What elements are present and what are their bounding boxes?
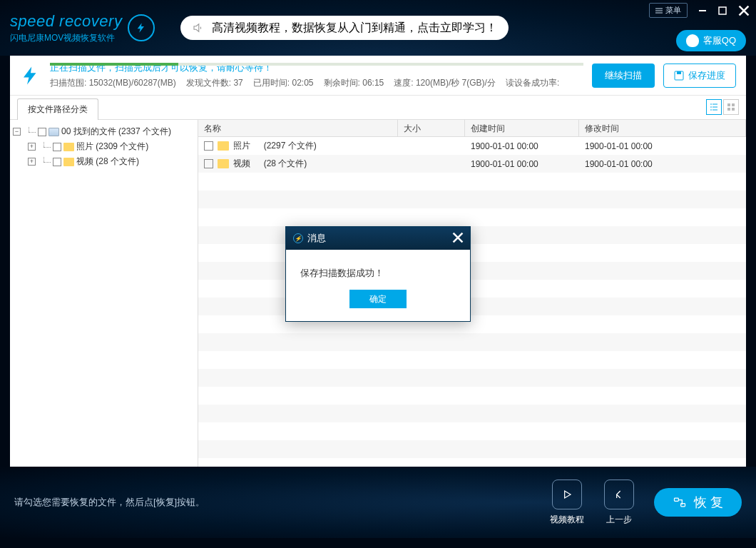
col-size[interactable]: 大小: [398, 120, 465, 136]
svg-rect-3: [727, 103, 730, 106]
close-icon[interactable]: [451, 231, 464, 244]
ok-button[interactable]: 确定: [349, 290, 407, 308]
logo-badge: [128, 14, 155, 41]
checkbox[interactable]: [38, 128, 46, 136]
logo: speed recovery 闪电尼康MOV视频恢复软件: [10, 12, 122, 44]
tree-item-photos[interactable]: + 照片 (2309 个文件): [13, 139, 195, 154]
tutorial-button[interactable]: 视频教程: [550, 480, 584, 526]
scan-info: 正在扫描文件，扫描完成后才可以恢复，请耐心等待！ 扫描范围: 15032(MB)…: [50, 61, 583, 89]
minimize-icon[interactable]: [698, 6, 708, 16]
app-header: speed recovery 闪电尼康MOV视频恢复软件 高清视频教程，数据恢复…: [0, 0, 756, 56]
menu-button[interactable]: 菜单: [649, 3, 688, 18]
svg-rect-6: [732, 108, 735, 111]
col-name[interactable]: 名称: [198, 120, 398, 136]
table-header: 名称 大小 创建时间 修改时间: [198, 120, 746, 137]
qq-support-button[interactable]: 客服QQ: [676, 30, 746, 51]
file-panel: 名称 大小 创建时间 修改时间 照片 (2297 个文件) 1900-01-01…: [198, 120, 746, 467]
svg-rect-4: [732, 103, 735, 106]
close-icon[interactable]: [737, 4, 750, 17]
maximize-icon[interactable]: [717, 6, 727, 16]
footer-hint: 请勾选您需要恢复的文件，然后点[恢复]按钮。: [14, 496, 550, 509]
checkbox[interactable]: [53, 143, 61, 151]
list-view-button[interactable]: [706, 99, 722, 115]
grid-view-button[interactable]: [723, 99, 739, 115]
svg-rect-0: [719, 7, 726, 14]
recover-button[interactable]: 恢 复: [654, 488, 742, 517]
view-toggle: [706, 99, 739, 115]
promo-banner[interactable]: 高清视频教程，数据恢复从入门到精通，点击立即学习！: [180, 16, 509, 40]
save-icon: [674, 71, 684, 81]
play-icon: [560, 487, 574, 502]
menu-icon: [655, 7, 663, 14]
folder-icon: [63, 143, 74, 151]
col-modified[interactable]: 修改时间: [579, 120, 746, 136]
folder-icon: [48, 128, 59, 136]
svg-rect-2: [677, 71, 681, 74]
dialog-logo-icon: ⚡: [293, 233, 303, 243]
scan-bolt-icon: [20, 65, 41, 86]
progress-bar: [50, 63, 583, 66]
save-progress-button[interactable]: 保存进度: [663, 64, 736, 88]
footer-actions: 视频教程 上一步 恢 复: [550, 480, 742, 526]
promo-text: 高清视频教程，数据恢复从入门到精通，点击立即学习！: [212, 21, 497, 36]
back-button[interactable]: 上一步: [604, 480, 634, 526]
footer: 请勾选您需要恢复的文件，然后点[恢复]按钮。 视频教程 上一步 恢 复: [0, 467, 756, 538]
tab-by-path[interactable]: 按文件路径分类: [17, 98, 98, 120]
svg-rect-9: [681, 504, 685, 507]
list-icon: [710, 103, 718, 111]
checkbox[interactable]: [53, 158, 61, 166]
svg-rect-8: [674, 498, 678, 501]
expand-icon[interactable]: +: [28, 143, 36, 151]
col-created[interactable]: 创建时间: [465, 120, 579, 136]
table-row[interactable]: 视频 (28 个文件) 1900-01-01 00:00 1900-01-01 …: [198, 155, 746, 173]
collapse-icon[interactable]: −: [13, 128, 21, 136]
bolt-icon: [136, 20, 147, 36]
checkbox[interactable]: [204, 159, 213, 168]
folder-icon: [63, 158, 74, 166]
folder-icon: [218, 141, 229, 151]
svg-marker-7: [565, 491, 571, 498]
checkbox[interactable]: [204, 141, 213, 151]
recover-icon: [673, 495, 687, 509]
logo-title: speed recovery: [10, 12, 122, 31]
message-dialog: ⚡ 消息 保存扫描数据成功！ 确定: [285, 226, 471, 322]
scan-status-bar: 正在扫描文件，扫描完成后才可以恢复，请耐心等待！ 扫描范围: 15032(MB)…: [10, 56, 746, 96]
qq-icon: [686, 34, 699, 47]
scan-details: 扫描范围: 15032(MB)/60287(MB) 发现文件数: 37 已用时间…: [50, 77, 583, 89]
grid-icon: [727, 103, 735, 111]
logo-subtitle: 闪电尼康MOV视频恢复软件: [10, 32, 122, 44]
table-body: 照片 (2297 个文件) 1900-01-01 00:00 1900-01-0…: [198, 137, 746, 467]
tabs-row: 按文件路径分类: [10, 96, 746, 120]
speaker-icon: [192, 21, 205, 34]
tree-root[interactable]: − 00 找到的文件 (2337 个文件): [13, 124, 195, 139]
tree-item-videos[interactable]: + 视频 (28 个文件): [13, 154, 195, 169]
tree-panel: − 00 找到的文件 (2337 个文件) + 照片 (2309 个文件) +: [10, 120, 198, 467]
folder-icon: [218, 159, 229, 168]
back-icon: [612, 487, 626, 502]
dialog-title-bar: ⚡ 消息: [286, 227, 470, 250]
window-controls: 菜单: [649, 3, 750, 18]
dialog-message: 保存扫描数据成功！: [286, 250, 470, 290]
table-row[interactable]: 照片 (2297 个文件) 1900-01-01 00:00 1900-01-0…: [198, 137, 746, 155]
continue-scan-button[interactable]: 继续扫描: [592, 64, 655, 88]
svg-rect-5: [727, 108, 730, 111]
expand-icon[interactable]: +: [28, 158, 36, 166]
